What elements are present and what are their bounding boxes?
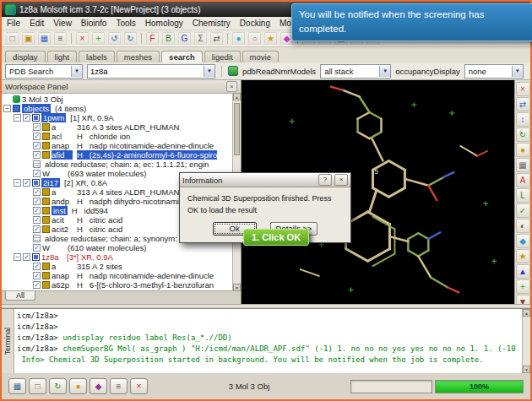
tree-item[interactable]: ✓a315 A 2 sites (2, 262, 241, 271)
chk-icon[interactable]: ✓ (33, 170, 41, 177)
save-icon[interactable]: ▦ (37, 31, 52, 46)
occupancy-select[interactable]: none ▼ (464, 64, 524, 79)
ring-icon[interactable]: ○ (247, 31, 262, 46)
half-sphere-icon[interactable]: ◐ (516, 219, 530, 233)
menu-edit[interactable]: Edit (30, 19, 44, 28)
chk-icon[interactable]: ✓ (23, 114, 30, 122)
sphere-icon[interactable]: ● (231, 31, 246, 46)
tree-item[interactable]: 3 Mol 3 Obj (2, 95, 241, 104)
scroll-down-icon[interactable]: ▼ (233, 284, 241, 291)
scroll-down-icon[interactable]: ▼ (523, 366, 530, 373)
tree-item[interactable]: −✓1z8a[3*] XR, 0.9A (2, 252, 241, 262)
tree-expander[interactable]: − (14, 253, 21, 261)
scroll-thumb[interactable] (234, 103, 240, 155)
dialog-title-bar[interactable]: Information ? × (180, 173, 350, 187)
fbg-g-icon[interactable]: G (177, 31, 192, 46)
scroll-up-icon[interactable]: ▲ (523, 309, 530, 317)
chk-icon[interactable]: ✓ (33, 244, 41, 252)
chk-icon[interactable]: ✓ (33, 133, 41, 140)
tree-expander[interactable]: − (14, 179, 21, 187)
nmr-models-icon[interactable] (228, 66, 238, 76)
tree-item[interactable]: −✓1pwm[1] XR, 0.9A (2, 113, 241, 122)
open-icon[interactable]: ▣ (21, 31, 35, 46)
zoom-icon[interactable]: ● (516, 143, 530, 157)
chevron-down-icon[interactable]: ▼ (204, 66, 214, 77)
print-icon[interactable]: ≡ (53, 31, 68, 46)
tab-meshes[interactable]: meshes (117, 51, 160, 62)
tree-item[interactable]: ✓a316 A 3 sites ALDR_HUMAN (2, 122, 241, 132)
tree-item[interactable]: −objects(4 items) (2, 104, 241, 113)
menu-bioinfo[interactable]: Bioinfo (81, 19, 107, 28)
chk-icon[interactable]: ✓ (33, 188, 41, 196)
fbg-f-icon[interactable]: F (145, 31, 160, 46)
tree-item[interactable]: ✓a62pH 6-[(5-chloro-3-methyl-1-benzofura… (2, 280, 241, 290)
add-view-icon[interactable]: + (516, 279, 530, 294)
redo-icon[interactable]: ↻ (123, 31, 138, 46)
tab-ligedit[interactable]: ligedit (204, 51, 241, 62)
star-view-icon[interactable]: ★ (516, 249, 530, 263)
close-icon[interactable]: × (226, 81, 237, 92)
tree-item[interactable]: ✓anapH nadp nicotinamide-adenine-dinucle (2, 141, 241, 150)
menu-view[interactable]: View (53, 19, 72, 28)
chevron-down-icon[interactable]: ▼ (71, 66, 82, 77)
menu-chemistry[interactable]: Chemistry (193, 19, 231, 28)
chk-icon[interactable]: ✓ (33, 198, 41, 205)
chk-icon[interactable]: ✓ (33, 272, 41, 279)
menu-docking[interactable]: Docking (240, 19, 270, 28)
menu-homology[interactable]: Homology (145, 19, 183, 28)
star-icon[interactable]: ★ (263, 31, 278, 46)
updown-icon[interactable]: ↕ (516, 112, 530, 127)
status-clear-icon[interactable]: × (130, 378, 148, 394)
chk-icon[interactable]: ✓ (33, 207, 41, 214)
chk-icon[interactable]: ✓ (33, 281, 41, 289)
help-icon[interactable]: ? (318, 174, 332, 186)
chk-icon[interactable]: ✓ (33, 151, 41, 159)
tree-item[interactable]: ✓afidH (2s,4s)-2-aminoformyl-6-fluoro-sp… (2, 150, 241, 160)
close-icon[interactable]: × (334, 174, 348, 186)
chk-icon[interactable]: ✓ (33, 216, 41, 224)
terminal-tab[interactable]: Terminal (2, 309, 14, 373)
chevron-down-icon[interactable]: ▼ (379, 66, 390, 77)
status-rotate-icon[interactable]: ↻ (49, 378, 67, 394)
terminal-output[interactable]: icm/1z8a>icm/1z8a>icm/1z8a> undisplay re… (14, 309, 522, 373)
menu-file[interactable]: File (7, 19, 20, 28)
tree-item[interactable]: aldose reductase; chain: a; ec: 1.1.1.21… (2, 290, 241, 290)
workspace-tab-all[interactable]: All (5, 291, 35, 301)
check-display-icon[interactable]: ✓ (516, 203, 530, 218)
status-atom-icon[interactable]: ● (69, 378, 87, 394)
status-display-icon[interactable]: ▦ (8, 378, 26, 394)
tree-item[interactable]: ✓W(610 water molecules) (2, 243, 241, 252)
tree-item[interactable]: ✓aclH chloride ion (2, 132, 241, 141)
stack-select[interactable]: all stack ▼ (320, 64, 391, 79)
new-icon[interactable]: □ (5, 31, 19, 46)
chk-icon[interactable]: ✓ (23, 253, 30, 261)
chk-icon[interactable]: ✓ (33, 123, 41, 131)
terminal-scrollbar[interactable]: ▲ ▼ (522, 309, 530, 373)
tab-labels[interactable]: labels (79, 51, 115, 62)
sequence-icon[interactable]: Σ (193, 31, 208, 46)
add-icon[interactable]: + (91, 31, 106, 46)
chk-icon[interactable]: ✓ (33, 225, 41, 233)
nmr-models-label[interactable]: pdbReadNmrModels (242, 67, 316, 76)
atom-label-icon[interactable]: A (516, 173, 530, 187)
tree-item[interactable]: ✓anapH nadp nicotinamide-adenine-dinucle (2, 271, 241, 280)
translate-icon[interactable]: ⇄ (516, 97, 530, 111)
chk-icon[interactable]: ✓ (23, 179, 30, 187)
fbg-b-icon[interactable]: B (161, 31, 176, 46)
search-input[interactable] (88, 67, 204, 76)
close-view-icon[interactable]: × (516, 82, 530, 96)
tree-expander[interactable]: − (3, 105, 11, 112)
residue-label-icon[interactable]: L (516, 188, 530, 203)
undo-icon[interactable]: ↺ (107, 31, 122, 46)
status-list-icon[interactable]: ≡ (110, 378, 128, 394)
chk-icon[interactable]: ✓ (33, 142, 41, 149)
tab-display[interactable]: display (5, 51, 46, 62)
chevron-down-icon[interactable]: ▼ (512, 66, 523, 77)
scroll-up-icon[interactable]: ▲ (233, 93, 241, 100)
up-view-icon[interactable]: ▲ (516, 264, 530, 279)
chk-icon[interactable]: ✓ (33, 263, 41, 270)
status-select-icon[interactable]: □ (29, 378, 46, 394)
tab-movie[interactable]: movie (242, 51, 279, 62)
pdb-search-select[interactable]: PDB Search ▼ (5, 64, 83, 79)
tab-search[interactable]: search (161, 51, 203, 62)
